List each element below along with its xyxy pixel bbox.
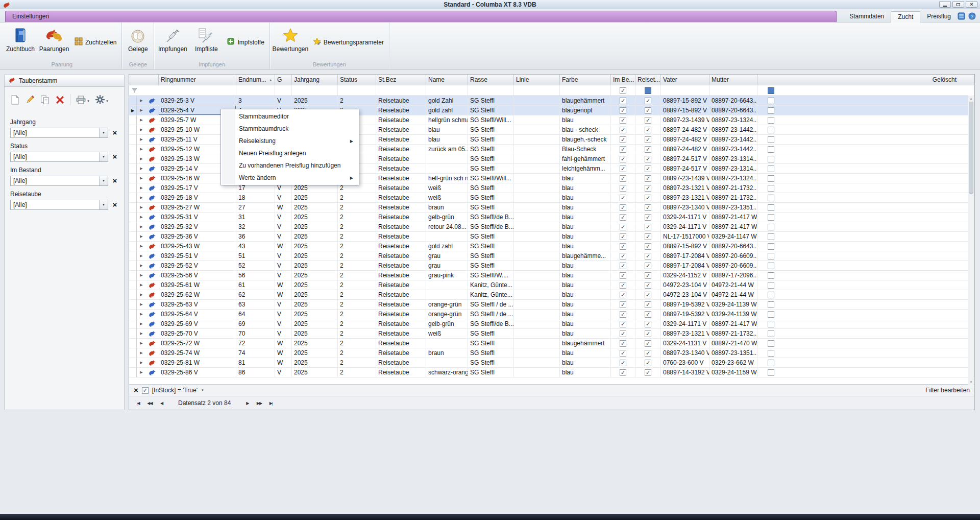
edit-record-button[interactable] — [25, 95, 35, 105]
cell-jahrgang[interactable]: 2025 — [292, 280, 338, 290]
geloescht-checkbox[interactable] — [768, 330, 774, 337]
geloescht-checkbox[interactable] — [768, 107, 774, 114]
cell-vater[interactable]: 08897-24-482 V — [661, 145, 709, 154]
cell-reiset[interactable] — [635, 183, 661, 193]
cell-name[interactable]: gold zahl — [426, 106, 468, 115]
reiset-checkbox[interactable] — [645, 360, 651, 366]
cell-farbe[interactable]: blau — [560, 242, 611, 251]
cell-rasse[interactable]: SG Steffl — [468, 251, 514, 261]
cell-status[interactable]: 2 — [338, 261, 376, 270]
imbe-checkbox[interactable] — [620, 166, 626, 172]
cell-vater[interactable]: 08897-15-892 V — [661, 242, 709, 251]
cell-mutter[interactable]: 0329-23-662 W — [709, 358, 757, 367]
cell-reiset[interactable] — [635, 242, 661, 251]
geloescht-checkbox[interactable] — [768, 360, 774, 366]
cell-linie[interactable] — [514, 329, 560, 338]
cell-g[interactable]: W — [275, 280, 292, 290]
cell-g[interactable]: V — [275, 212, 292, 222]
cell-status[interactable]: 2 — [338, 348, 376, 358]
cell-mutter[interactable]: 08897-23-1351... — [709, 348, 757, 358]
cell-geloescht[interactable] — [757, 154, 974, 163]
cell-stbez[interactable]: Reisetaube — [376, 106, 426, 115]
cell-ring[interactable]: 0329-25-36 V — [159, 232, 236, 241]
geloescht-checkbox[interactable] — [768, 272, 774, 279]
cell-status[interactable]: 2 — [338, 368, 376, 377]
table-row[interactable]: ▶0329-25-31 V31V20252Reisetaubegelb-grün… — [129, 212, 974, 222]
nav-first-button[interactable]: |◀ — [133, 398, 143, 408]
column-header-ring[interactable]: Ringnummer — [159, 75, 236, 85]
cell-rasse[interactable]: SG Steffl — [468, 193, 514, 202]
cell-reiset[interactable] — [635, 280, 661, 290]
table-row[interactable]: ▶0329-25-18 V18V20252ReisetaubeweißSG St… — [129, 193, 974, 203]
cell-stbez[interactable]: Reisetaube — [376, 164, 426, 173]
cell-geloescht[interactable] — [757, 203, 974, 212]
geloescht-checkbox[interactable] — [768, 282, 774, 289]
nav-last-button[interactable]: ▶| — [265, 398, 276, 408]
cell-geloescht[interactable] — [757, 261, 974, 270]
cell-vater[interactable]: 0329-24-1171 V — [661, 212, 709, 222]
cell-name[interactable]: braun — [426, 203, 468, 212]
cell-ring[interactable]: 0329-25-56 V — [159, 271, 236, 280]
cell-stbez[interactable]: Reisetaube — [376, 251, 426, 261]
cell-geloescht[interactable] — [757, 212, 974, 222]
imbe-checkbox[interactable] — [620, 350, 626, 357]
cell-farbe[interactable]: fahl-gehämmert — [560, 154, 611, 163]
cell-linie[interactable] — [514, 242, 560, 251]
delete-record-button[interactable] — [56, 96, 64, 104]
reiset-checkbox[interactable] — [645, 350, 651, 357]
cell-geloescht[interactable] — [757, 290, 974, 299]
cell-reiset[interactable] — [635, 96, 661, 105]
cell-name[interactable]: hell-grün sch mal — [426, 174, 468, 183]
column-header-mutter[interactable]: Mutter — [709, 75, 757, 85]
filter-active-checkbox[interactable] — [142, 387, 149, 394]
reiset-checkbox[interactable] — [645, 166, 651, 172]
cell-endnum[interactable]: 52 — [236, 261, 275, 270]
filter-cell-geloescht[interactable] — [757, 85, 974, 96]
cell-stbez[interactable]: Reisetaube — [376, 339, 426, 348]
cell-imbe[interactable] — [611, 242, 635, 251]
cell-geloescht[interactable] — [757, 319, 974, 328]
cell-name[interactable] — [426, 232, 468, 241]
cell-stbez[interactable]: Reisetaube — [376, 261, 426, 270]
reisetaube-select[interactable]: [Alle] ▼ — [10, 200, 108, 210]
cell-farbe[interactable]: blau — [560, 174, 611, 183]
cell-farbe[interactable]: blau — [560, 358, 611, 367]
cell-rasse[interactable]: SG Steffl/W.... — [468, 271, 514, 280]
geloescht-checkbox[interactable] — [768, 195, 774, 201]
cell-reiset[interactable] — [635, 232, 661, 241]
cell-vater[interactable]: 08897-14-3192 V — [661, 368, 709, 377]
row-expander-icon[interactable]: ▶ — [137, 368, 146, 377]
imbe-checkbox[interactable] — [620, 195, 626, 201]
cell-rasse[interactable]: SG Steffl/Will... — [468, 174, 514, 183]
column-header-rasse[interactable]: Rasse — [468, 75, 514, 85]
cell-geloescht[interactable] — [757, 348, 974, 358]
row-expander-icon[interactable]: ▶ — [137, 290, 146, 299]
cell-vater[interactable]: 0329-24-1171 V — [661, 222, 709, 231]
geloescht-checkbox[interactable] — [768, 292, 774, 298]
cell-linie[interactable] — [514, 368, 560, 377]
filter-cell-stbez[interactable] — [376, 85, 426, 96]
menu-item-zu-vorhandenen-preisflug[interactable]: Zu vorhandenen Preisflug hinzufügen — [222, 159, 358, 172]
cell-stbez[interactable]: Reisetaube — [376, 348, 426, 358]
cell-jahrgang[interactable]: 2025 — [292, 368, 338, 377]
cell-imbe[interactable] — [611, 300, 635, 309]
cell-vater[interactable]: 08897-19-5392 V — [661, 300, 709, 309]
menu-item-stammbaumdruck[interactable]: Stammbaumdruck — [222, 123, 358, 135]
column-header-imbe[interactable]: Im Be... — [611, 75, 635, 85]
cell-linie[interactable] — [514, 290, 560, 299]
cell-vater[interactable]: 08897-15-892 V — [661, 106, 709, 115]
cell-rasse[interactable]: SG Steffl — [468, 242, 514, 251]
cell-jahrgang[interactable]: 2025 — [292, 358, 338, 367]
cell-ring[interactable]: 0329-25-63 V — [159, 300, 236, 309]
cell-stbez[interactable]: Reisetaube — [376, 174, 426, 183]
cell-farbe[interactable]: blau — [560, 261, 611, 270]
cell-reiset[interactable] — [635, 329, 661, 338]
cell-g[interactable]: V — [275, 251, 292, 261]
table-row[interactable]: ▶0329-25-69 V69V20252Reisetaubegelb-grün… — [129, 319, 974, 329]
filter-cell-jahrgang[interactable] — [292, 85, 338, 96]
cell-status[interactable]: 2 — [338, 96, 376, 105]
geloescht-checkbox[interactable] — [768, 204, 774, 211]
table-row[interactable]: ▶0329-25-27 W27W20252ReisetaubebraunSG S… — [129, 203, 974, 212]
cell-imbe[interactable] — [611, 319, 635, 328]
cell-ring[interactable]: 0329-25-74 W — [159, 348, 236, 358]
